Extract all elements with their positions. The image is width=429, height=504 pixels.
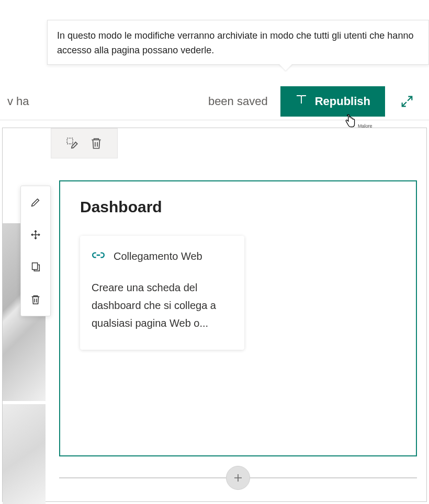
trash-icon — [89, 136, 103, 150]
pencil-icon — [30, 197, 41, 208]
republish-tooltip: In questo modo le modifiche verranno arc… — [47, 20, 429, 65]
expand-icon — [400, 94, 414, 109]
card-description: Creare una scheda del dashboard che si c… — [92, 279, 233, 332]
card-header: Collegamento Web — [92, 248, 233, 264]
page-toolbar: v ha been saved Republish — [0, 83, 429, 120]
webpart-edit-button[interactable] — [21, 186, 50, 219]
duplicate-icon — [30, 261, 41, 273]
add-section-row — [59, 466, 417, 490]
dashboard-card[interactable]: Collegamento Web Creare una scheda del d… — [80, 236, 244, 350]
link-icon — [92, 248, 105, 264]
expand-button[interactable] — [392, 87, 422, 116]
republish-button[interactable]: Republish — [280, 86, 385, 117]
select-edit-icon — [65, 136, 79, 150]
dashboard-title: Dashboard — [80, 198, 398, 216]
plus-icon — [232, 472, 244, 484]
status-text-fragment-2: been saved — [37, 95, 273, 108]
webpart-move-button[interactable] — [21, 219, 50, 251]
republish-label: Republish — [315, 95, 370, 108]
canvas-area: Dashboard Collegamento Web Creare una sc… — [2, 128, 427, 502]
webpart-delete-button[interactable] — [21, 283, 50, 316]
add-section-line-right — [250, 477, 417, 478]
svg-rect-1 — [32, 263, 38, 270]
section-delete-button[interactable] — [89, 136, 103, 150]
side-thumbnail-2 — [3, 404, 46, 504]
add-section-button[interactable] — [226, 466, 250, 490]
select-edit-button[interactable] — [65, 136, 79, 150]
move-icon — [30, 229, 41, 240]
card-header-title: Collegamento Web — [114, 250, 202, 262]
dashboard-webpart[interactable]: Dashboard Collegamento Web Creare una sc… — [59, 180, 417, 456]
status-text-fragment-1: v ha — [7, 95, 29, 108]
svg-rect-0 — [67, 138, 73, 144]
book-icon — [295, 94, 308, 109]
webpart-duplicate-button[interactable] — [21, 251, 50, 283]
section-toolbar — [51, 128, 118, 158]
tooltip-arrow-icon — [279, 64, 292, 71]
trash-icon — [30, 294, 41, 305]
webpart-vertical-toolbar — [20, 186, 51, 316]
tooltip-text: In questo modo le modifiche verranno arc… — [57, 30, 413, 55]
add-section-line-left — [59, 477, 226, 478]
